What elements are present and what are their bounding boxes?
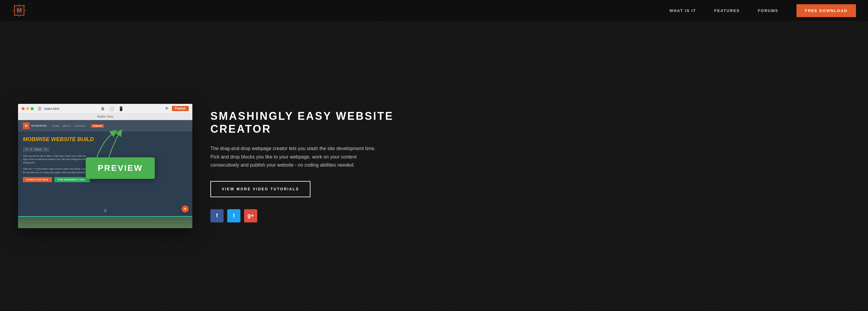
- publish-button[interactable]: Publish: [172, 106, 189, 111]
- inner-logo: M MOBIRISE: [23, 123, 47, 129]
- nav-features[interactable]: FEATURES: [714, 8, 740, 13]
- app-filename: index.html: [44, 107, 59, 110]
- device-icons: 🖥 ⬜ 📱: [101, 106, 124, 111]
- inner-brand: MOBIRISE: [31, 124, 47, 127]
- nav-what-is-it[interactable]: WHAT IS IT: [669, 8, 696, 13]
- inner-about: ABOUT: [63, 125, 71, 127]
- main-description: The drag-and-drop webpage creator lets y…: [210, 144, 379, 169]
- inner-home: HOME: [52, 125, 60, 127]
- inner-windows-btn[interactable]: FOR WINDOWS & MAC: [54, 177, 90, 182]
- window-controls: [22, 107, 34, 110]
- nav-forums[interactable]: FORUMS: [758, 8, 778, 13]
- inner-body-text2: Click red "+" in the bottom right corner…: [23, 167, 89, 174]
- app-image-strip: [18, 216, 192, 228]
- navbar: M WHAT IS IT FEATURES FORUMS FREE DOWNLO…: [0, 0, 868, 21]
- video-tutorials-button[interactable]: VIEW MORE VIDEO TUTORIALS: [210, 181, 310, 197]
- preview-icon[interactable]: 👁: [165, 106, 169, 111]
- app-titlebar: ☰ index.html 🖥 ⬜ 📱 👁 Publish: [18, 104, 192, 113]
- app-body: M MOBIRISE HOME ABOUT CONTACT PUBLISH MO…: [18, 120, 192, 216]
- app-menu-icon[interactable]: ☰: [38, 106, 42, 111]
- nav-links: WHAT IS IT FEATURES FORUMS FREE DOWNLOAD: [669, 4, 856, 17]
- svg-line-6: [14, 5, 15, 6]
- main-headline: SMASHINGLY EASY WEBSITE CREATOR: [210, 110, 850, 135]
- app-toolbar: Mobile View: [18, 113, 192, 120]
- twitter-icon[interactable]: t: [227, 209, 241, 222]
- logo-icon: M: [12, 3, 26, 18]
- format-bar: ☰ B Roboto 21: [23, 147, 50, 152]
- logo[interactable]: M: [12, 3, 26, 18]
- main-content: ☰ index.html 🖥 ⬜ 📱 👁 Publish Mobile View: [0, 21, 868, 311]
- view-label: Mobile View: [97, 115, 113, 118]
- desktop-icon[interactable]: 🖥: [101, 106, 105, 111]
- inner-contact: CONTACT: [74, 125, 86, 127]
- google-plus-icon[interactable]: g+: [244, 209, 257, 222]
- scroll-chevron: ∨: [103, 207, 107, 214]
- mobile-icon[interactable]: 📱: [118, 106, 124, 111]
- inner-download-btn[interactable]: DOWNLOAD NOW: [23, 177, 52, 182]
- add-block-button[interactable]: +: [182, 205, 189, 212]
- app-window: ☰ index.html 🖥 ⬜ 📱 👁 Publish Mobile View: [18, 104, 192, 228]
- titlebar-right: 👁 Publish: [165, 106, 189, 111]
- free-download-button[interactable]: FREE DOWNLOAD: [797, 4, 856, 17]
- tablet-icon[interactable]: ⬜: [109, 106, 114, 111]
- svg-text:M: M: [17, 7, 22, 13]
- social-icons: f t g+: [210, 209, 850, 222]
- right-panel: SMASHINGLY EASY WEBSITE CREATOR The drag…: [210, 104, 850, 229]
- inner-nav-links: HOME ABOUT CONTACT: [52, 125, 86, 127]
- inner-publish: PUBLISH: [91, 124, 104, 128]
- minimize-button[interactable]: [26, 107, 29, 110]
- arrow-svg: [78, 129, 138, 165]
- facebook-icon[interactable]: f: [210, 209, 224, 222]
- close-button[interactable]: [22, 107, 25, 110]
- titlebar-left: ☰ index.html: [22, 106, 59, 111]
- arrows-graphic: [78, 129, 138, 166]
- app-screenshot-panel: ☰ index.html 🖥 ⬜ 📱 👁 Publish Mobile View: [18, 104, 192, 228]
- maximize-button[interactable]: [31, 107, 34, 110]
